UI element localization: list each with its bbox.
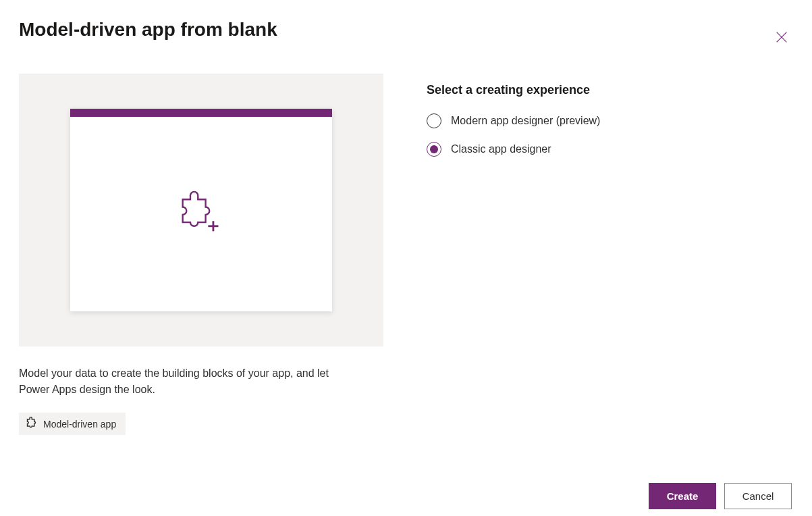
app-type-tag: Model-driven app: [19, 413, 126, 435]
cancel-button[interactable]: Cancel: [724, 483, 792, 509]
puzzle-icon: [26, 417, 38, 431]
radio-dot-icon: [430, 145, 438, 153]
app-type-tag-label: Model-driven app: [43, 419, 116, 430]
experience-section-title: Select a creating experience: [427, 83, 792, 97]
radio-option-modern[interactable]: Modern app designer (preview): [427, 113, 792, 128]
radio-icon: [427, 142, 441, 157]
app-mock-titlebar: [70, 109, 332, 117]
radio-icon: [427, 113, 441, 128]
create-button[interactable]: Create: [649, 483, 716, 509]
app-mock-body: [70, 117, 332, 311]
radio-option-classic[interactable]: Classic app designer: [427, 142, 792, 157]
app-preview: [19, 74, 383, 346]
app-description: Model your data to create the building b…: [19, 365, 343, 398]
app-mock-window: [70, 109, 332, 311]
experience-radio-group: Modern app designer (preview) Classic ap…: [427, 113, 792, 157]
dialog-title: Model-driven app from blank: [19, 19, 277, 41]
puzzle-plus-icon: [176, 190, 226, 238]
close-icon: [774, 36, 789, 47]
radio-label-modern: Modern app designer (preview): [451, 115, 600, 127]
close-button[interactable]: [772, 27, 792, 49]
radio-label-classic: Classic app designer: [451, 143, 551, 155]
